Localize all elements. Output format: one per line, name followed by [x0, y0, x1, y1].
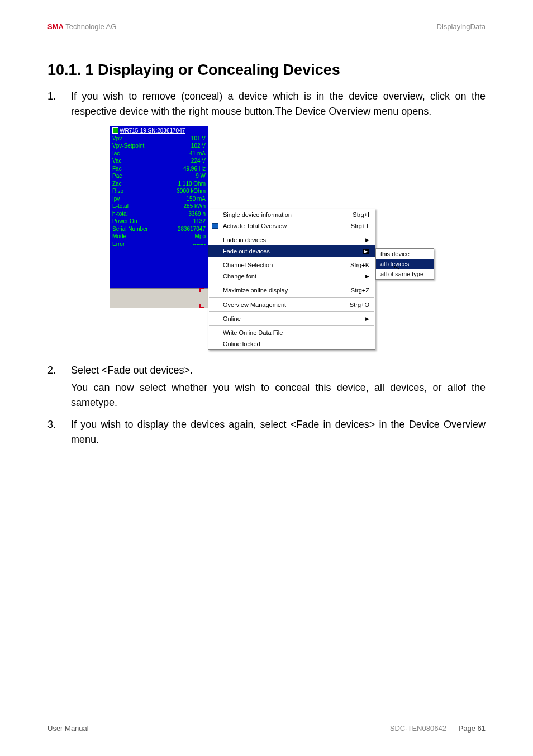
menu-maximize-online-display[interactable]: Maximize online displayStrg+Z [208, 285, 375, 296]
step-num: 1. [47, 89, 71, 119]
step-3: 3. If you wish to display the devices ag… [47, 417, 486, 447]
submenu-arrow-icon: ▶ [365, 316, 369, 322]
menu-online-locked[interactable]: Online locked [208, 338, 375, 349]
submenu-this-device[interactable]: this device [376, 249, 434, 259]
footer-page-label: Page [459, 724, 478, 733]
footer-docid: SDC-TEN080642 [390, 724, 446, 733]
menu-separator [209, 258, 374, 258]
footer-left: User Manual [47, 724, 89, 733]
annotation-corner [199, 304, 204, 308]
menu-separator [209, 283, 374, 284]
footer-page-num: 61 [478, 724, 486, 733]
inverter-icon [112, 127, 118, 134]
menu-channel-selection[interactable]: Channel SelectionStrg+K [208, 259, 375, 271]
device-context-menu: Single device informationStrg+I Activate… [208, 209, 375, 350]
menu-write-online-data-file[interactable]: Write Online Data File [208, 327, 375, 338]
menu-fade-in-devices[interactable]: Fade in devices▶ [208, 234, 375, 245]
step-text: If you wish to remove (conceal) a device… [71, 89, 486, 119]
step-subtext: You can now select whether you wish to c… [71, 380, 486, 410]
figure: WR715-19 SN:283617047 Vpv101 V Vpv-Setpo… [47, 126, 486, 349]
annotation-corner [199, 288, 204, 292]
device-title-row: WR715-19 SN:283617047 [112, 127, 206, 135]
menu-change-font[interactable]: Change font▶ [208, 271, 375, 282]
step-2: 2. Select <Fade out devices>. You can no… [47, 363, 486, 410]
submenu-all-same-type[interactable]: all of same type [376, 269, 434, 279]
submenu-arrow-icon: ▶ [363, 249, 369, 254]
menu-separator [209, 233, 374, 233]
submenu-all-devices[interactable]: all devices [376, 259, 434, 269]
device-overview-panel[interactable]: WR715-19 SN:283617047 Vpv101 V Vpv-Setpo… [110, 126, 208, 288]
step-num: 3. [47, 417, 71, 447]
step-num: 2. [47, 363, 71, 410]
device-title: WR715-19 SN:283617047 [120, 127, 185, 134]
menu-separator [209, 297, 374, 298]
step-1: 1. If you wish to remove (conceal) a dev… [47, 89, 486, 119]
menu-overview-management[interactable]: Overview ManagementStrg+O [208, 299, 375, 310]
brand: SMA Technologie AG [47, 22, 116, 31]
submenu-arrow-icon: ▶ [365, 273, 369, 279]
menu-fade-out-devices[interactable]: Fade out devices▶ [208, 245, 375, 257]
step-text: Select <Fade out devices>. [71, 363, 486, 378]
menu-activate-total-overview[interactable]: Activate Total OverviewStrg+T [208, 220, 375, 231]
header-section: DisplayingData [437, 22, 486, 31]
menu-separator [209, 311, 374, 312]
step-text: If you wish to display the devices again… [71, 417, 486, 447]
menu-online[interactable]: Online▶ [208, 313, 375, 324]
overview-icon [212, 223, 218, 229]
menu-separator [209, 325, 374, 326]
submenu-arrow-icon: ▶ [365, 237, 369, 243]
page-header: SMA Technologie AG DisplayingData [47, 22, 486, 31]
brand-bold: SMA [47, 22, 64, 31]
section-title: 10.1. 1 Displaying or Concealing Devices [47, 62, 486, 79]
fade-out-submenu: this device all devices all of same type [375, 248, 434, 280]
menu-single-device-info[interactable]: Single device informationStrg+I [208, 209, 375, 220]
brand-rest: Technologie AG [64, 22, 116, 31]
page-footer: User Manual SDC-TEN080642 Page 61 [47, 724, 486, 733]
panel-footer-bg [110, 288, 208, 308]
